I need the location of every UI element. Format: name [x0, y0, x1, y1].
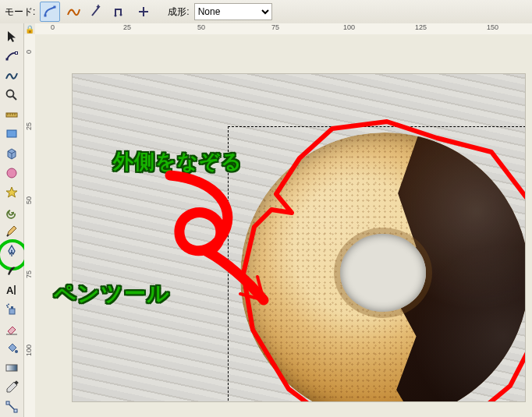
svg-rect-1 [54, 6, 56, 9]
tool-measure[interactable] [1, 104, 23, 124]
shape-combo[interactable]: None [194, 3, 272, 20]
ruler-vertical[interactable]: 0 25 50 75 100 [24, 34, 36, 417]
mode-paraxial-button[interactable] [110, 2, 130, 22]
svg-point-17 [6, 305, 8, 306]
tool-text[interactable]: A [1, 281, 23, 300]
svg-rect-5 [16, 51, 18, 54]
svg-point-18 [8, 304, 9, 306]
mode-spiro-button[interactable] [63, 2, 83, 22]
mode-perpendicular-button[interactable] [133, 2, 154, 22]
mode-bezier-button[interactable] [40, 2, 60, 22]
svg-rect-4 [6, 58, 9, 60]
ruler-horizontal[interactable]: 0 25 50 75 100 125 150 [35, 23, 532, 35]
annotation-pen-tool: ペンツール [54, 279, 170, 309]
svg-point-21 [15, 350, 18, 353]
svg-point-19 [7, 306, 9, 308]
annotation-trace-outside: 外側をなぞる [113, 148, 243, 175]
tool-gradient[interactable] [1, 359, 23, 378]
tool-bucket[interactable] [1, 339, 23, 359]
tool-zoom[interactable] [1, 85, 23, 104]
tool-dropper[interactable] [1, 378, 23, 398]
svg-point-3 [120, 14, 122, 16]
svg-point-11 [11, 250, 12, 252]
svg-rect-15 [9, 309, 15, 314]
ruler-canvas-area: 🔒 0 25 50 75 100 125 150 0 25 50 75 100 [24, 23, 532, 417]
svg-point-6 [7, 90, 14, 97]
canvas-image-donut[interactable]: 外側をなぞる [72, 73, 526, 402]
svg-rect-16 [11, 306, 13, 309]
svg-point-2 [115, 15, 117, 17]
svg-rect-22 [6, 365, 17, 371]
ruler-corner-lock-icon[interactable]: 🔒 [24, 23, 36, 35]
mode-label: モード: [5, 5, 35, 19]
tool-connector[interactable] [1, 398, 23, 417]
mode-line-button[interactable] [87, 2, 107, 22]
selection-marquee [228, 126, 526, 402]
tool-spiral[interactable] [1, 202, 23, 221]
shape-select[interactable]: None [194, 3, 272, 20]
svg-line-26 [9, 405, 14, 409]
svg-rect-25 [14, 409, 17, 412]
tool-star[interactable] [1, 182, 23, 202]
svg-text:A: A [6, 284, 14, 296]
tool-pen[interactable] [1, 242, 23, 261]
tool-selection[interactable] [1, 27, 23, 46]
tool-3dbox[interactable] [1, 143, 23, 163]
svg-rect-24 [6, 401, 9, 405]
tool-calligraphy[interactable] [1, 261, 23, 281]
svg-rect-9 [7, 130, 16, 137]
svg-point-10 [7, 168, 16, 178]
tool-node-edit[interactable] [1, 46, 23, 65]
tool-rectangle[interactable] [1, 124, 23, 143]
tool-pencil[interactable] [1, 221, 23, 241]
canvas[interactable]: 外側をなぞる ペンツール [35, 34, 532, 417]
workspace: A 🔒 0 25 50 75 100 125 150 0 25 50 75 10… [0, 23, 532, 417]
shape-label: 成形: [168, 5, 189, 19]
tool-ellipse[interactable] [1, 163, 23, 182]
tool-eraser[interactable] [1, 320, 23, 339]
svg-rect-0 [44, 15, 47, 17]
tool-spray[interactable] [1, 300, 23, 320]
svg-line-7 [13, 96, 17, 100]
tool-sculpt[interactable] [1, 65, 23, 85]
tool-options-bar: モード: 成形: None [0, 0, 532, 24]
toolbox: A [0, 23, 24, 417]
